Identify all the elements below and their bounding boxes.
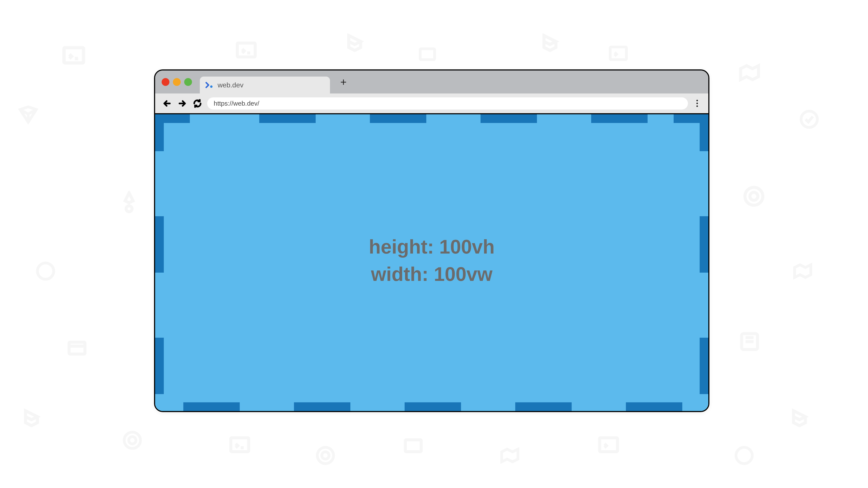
reload-button[interactable]	[192, 98, 203, 109]
browser-tab[interactable]: web.dev	[200, 76, 330, 94]
maximize-window-button[interactable]	[184, 78, 192, 86]
browser-window: web.dev + https://web.dev/	[154, 69, 709, 412]
arrow-left-icon	[162, 99, 172, 108]
svg-point-16	[322, 452, 329, 459]
viewport-width-label: width: 100vw	[369, 260, 495, 288]
svg-point-9	[801, 111, 817, 128]
back-button[interactable]	[162, 98, 173, 109]
reload-icon	[193, 99, 202, 108]
svg-rect-14	[231, 438, 249, 452]
close-window-button[interactable]	[162, 78, 169, 86]
svg-point-5	[129, 436, 136, 444]
svg-point-15	[317, 448, 334, 464]
toolbar: https://web.dev/	[155, 94, 708, 114]
webdev-logo-icon	[205, 80, 214, 90]
svg-rect-3	[69, 342, 85, 354]
svg-point-11	[750, 192, 758, 200]
svg-point-19	[210, 86, 213, 88]
new-tab-button[interactable]: +	[338, 77, 349, 87]
viewport-height-label: height: 100vh	[369, 233, 495, 260]
viewport-label: height: 100vh width: 100vw	[369, 233, 495, 288]
svg-point-13	[736, 448, 752, 464]
svg-rect-7	[420, 49, 435, 60]
svg-point-2	[37, 263, 54, 279]
svg-rect-0	[64, 48, 84, 63]
kebab-icon	[696, 100, 698, 101]
plus-icon: +	[340, 76, 346, 88]
browser-menu-button[interactable]	[692, 99, 702, 108]
minimize-window-button[interactable]	[173, 78, 181, 86]
tab-title: web.dev	[218, 81, 243, 89]
window-controls	[162, 78, 192, 86]
address-bar[interactable]: https://web.dev/	[207, 97, 688, 109]
svg-point-4	[124, 432, 141, 449]
svg-rect-17	[405, 440, 421, 452]
address-text: https://web.dev/	[214, 100, 259, 107]
svg-rect-12	[742, 333, 757, 349]
svg-point-10	[745, 187, 763, 205]
svg-rect-8	[610, 47, 626, 60]
tab-bar: web.dev +	[155, 70, 708, 94]
svg-rect-6	[237, 43, 255, 57]
viewport-area: height: 100vh width: 100vw	[155, 114, 708, 411]
forward-button[interactable]	[177, 98, 188, 109]
svg-point-1	[126, 206, 132, 212]
svg-rect-18	[600, 438, 618, 452]
arrow-right-icon	[178, 99, 187, 108]
